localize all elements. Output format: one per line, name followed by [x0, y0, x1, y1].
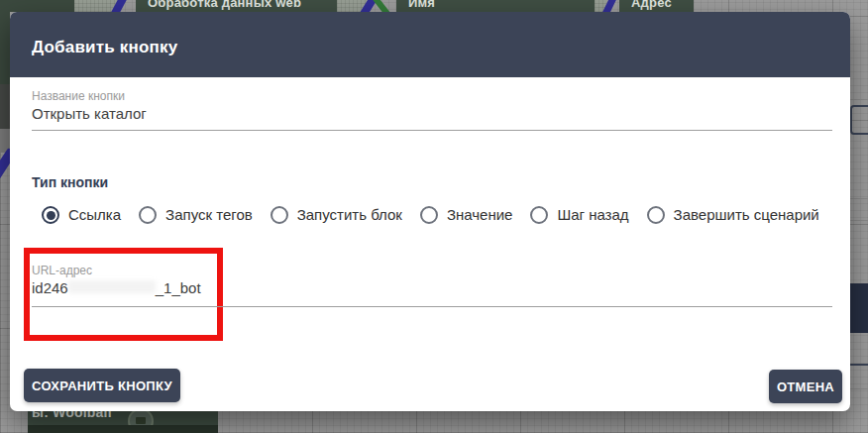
name-field-underline: [32, 130, 832, 131]
radio-dot: [47, 211, 55, 220]
bg-fragment: [849, 283, 868, 333]
bg-node-header: Имя: [396, 0, 595, 12]
radio-option-label: Ссылка: [68, 206, 121, 224]
save-button[interactable]: СОХРАНИТЬ КНОПКУ: [24, 369, 180, 402]
radio-option-5[interactable]: Шаг назад: [530, 206, 628, 224]
radio-option-6[interactable]: Завершить сценарий: [647, 206, 819, 224]
radio-dot: [424, 211, 433, 220]
bg-fragment: [847, 364, 868, 366]
radio-dot: [274, 211, 283, 220]
bg-fragment: [849, 388, 868, 389]
bg-node-header: Адрес: [619, 0, 694, 12]
name-field-input[interactable]: Открыть каталог: [32, 105, 147, 122]
radio-option-label: Запуск тегов: [165, 206, 253, 224]
bg-node-title: Адрес: [619, 0, 694, 10]
bg-node-body: [0, 0, 74, 12]
dialog-header: Добавить кнопку: [10, 12, 850, 77]
dialog-title: Добавить кнопку: [10, 32, 177, 57]
cancel-button[interactable]: ОТМЕНА: [769, 370, 842, 403]
radio-option-3[interactable]: Запустить блок: [271, 206, 402, 224]
bg-fragment: [28, 425, 218, 433]
bg-node-title: Имя: [396, 0, 595, 10]
radio-option-4[interactable]: Значение: [420, 206, 513, 224]
url-field-input[interactable]: id246_1_bot: [32, 279, 201, 296]
bg-fragment: [850, 105, 868, 135]
add-button-dialog: Добавить кнопку Название кнопки Открыть …: [10, 12, 850, 411]
bg-fragment: [0, 12, 10, 84]
radio-option-2[interactable]: Запуск тегов: [139, 206, 253, 224]
radio-option-1[interactable]: Ссылка: [42, 206, 121, 224]
bg-fragment: [849, 99, 868, 100]
radio-unselected-icon: [530, 206, 548, 224]
url-value-suffix: _1_bot: [156, 279, 201, 296]
url-field-underline: [32, 306, 832, 307]
button-type-label: Тип кнопки: [32, 174, 108, 190]
bg-fragment: [849, 198, 868, 199]
radio-unselected-icon: [647, 206, 665, 224]
url-value-redacted: [68, 280, 156, 293]
radio-unselected-icon: [139, 206, 157, 224]
bg-node-icon-glyph: [136, 417, 146, 424]
radio-dot: [535, 211, 544, 220]
bg-node-title: ы: Woolball: [28, 411, 218, 420]
radio-unselected-icon: [420, 206, 438, 224]
radio-dot: [651, 211, 660, 220]
radio-option-label: Шаг назад: [557, 206, 628, 224]
radio-option-label: Завершить сценарий: [674, 206, 819, 224]
screen: Обработка данных web Имя Адрес ы: Woolba…: [0, 0, 868, 433]
url-value-prefix: id246: [32, 279, 68, 296]
radio-dot: [144, 211, 153, 220]
radio-unselected-icon: [271, 206, 288, 224]
url-field-label: URL-адрес: [32, 264, 92, 277]
bg-node-header: ы: Woolball: [28, 411, 218, 425]
radio-selected-icon: [42, 206, 59, 224]
button-type-radio-group: СсылкаЗапуск теговЗапустить блокЗначение…: [42, 206, 819, 224]
radio-option-label: Значение: [447, 206, 513, 224]
bg-fragment: [0, 84, 10, 129]
bg-fragment: [849, 220, 868, 221]
name-field-label: Название кнопки: [32, 89, 125, 103]
radio-option-label: Запустить блок: [297, 206, 402, 224]
bg-node-title: Обработка данных web: [136, 0, 337, 10]
bg-node-header: Обработка данных web: [136, 0, 337, 12]
